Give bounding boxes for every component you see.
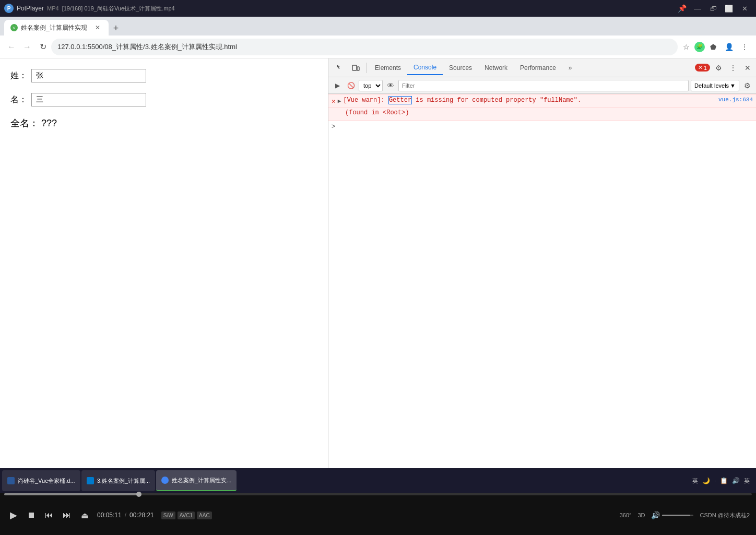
tray-item-5[interactable]: 🔊: [732, 477, 740, 484]
firstname-input[interactable]: [31, 93, 146, 106]
devtools-tab-network[interactable]: Network: [478, 61, 514, 75]
console-settings-button[interactable]: ⚙: [741, 80, 753, 91]
tab-close-button[interactable]: ✕: [93, 23, 102, 32]
devtools-more-tabs[interactable]: »: [562, 61, 578, 75]
taskbar-item-chrome[interactable]: 姓名案例_计算属性实...: [156, 470, 237, 491]
tray-item-4[interactable]: 📋: [720, 477, 728, 484]
player-play-button[interactable]: ▶: [6, 508, 21, 522]
potplayer-logo: P: [4, 4, 14, 13]
devtools-tab-performance[interactable]: Performance: [514, 61, 562, 75]
console-error-row: ✕ ▶ [Vue warn]: Getter is missing for co…: [328, 94, 756, 108]
menu-button[interactable]: ⋮: [737, 40, 752, 54]
devtools-tab-sources[interactable]: Sources: [443, 61, 478, 75]
new-tab-button[interactable]: +: [109, 21, 123, 35]
player-total-time: 00:28:21: [129, 512, 154, 519]
back-button[interactable]: ←: [4, 40, 19, 54]
minimize-button[interactable]: —: [690, 2, 705, 15]
player-resolution: 360°: [620, 512, 632, 518]
default-levels-label: Default levels: [694, 82, 729, 89]
player-next-button[interactable]: ⏭: [60, 508, 74, 522]
player-progress-bar[interactable]: [4, 493, 752, 495]
forward-button[interactable]: →: [20, 40, 34, 54]
chrome-icon: [161, 477, 169, 484]
fullname-label: 全名：: [10, 118, 39, 128]
svg-rect-0: [352, 65, 357, 70]
title-bar-controls: 📌 — 🗗 ⬜ ✕: [675, 2, 752, 15]
tab-favicon: V: [10, 24, 18, 31]
devtools-close-button[interactable]: ✕: [741, 62, 754, 74]
devtools-tab-elements[interactable]: Elements: [369, 61, 407, 75]
volume-bar[interactable]: [662, 515, 693, 516]
volume-fill: [662, 515, 690, 516]
error-count: 1: [704, 65, 707, 71]
player-progress-handle: [136, 492, 141, 497]
console-play-button[interactable]: ▶: [332, 80, 343, 91]
reload-button[interactable]: ↻: [36, 40, 50, 54]
console-prompt-icon: >: [332, 123, 335, 130]
devtools-panel: Elements Console Sources Network Perform…: [328, 58, 756, 468]
fullname-value: ???: [41, 118, 57, 128]
taskbar-item-word[interactable]: 尚硅谷_Vue全家桶.d...: [2, 470, 80, 491]
tray-item-6[interactable]: 英: [744, 477, 750, 485]
systray: 英 🌙 · 📋 🔊 英: [692, 477, 750, 485]
player-eject-button[interactable]: ⏏: [77, 508, 92, 522]
tray-item-2[interactable]: 🌙: [702, 477, 710, 484]
error-icon: ✕: [698, 64, 703, 71]
web-content: 姓： 名： 全名： ???: [0, 58, 328, 468]
player-prev-button[interactable]: ⏮: [42, 508, 56, 522]
console-stop-button[interactable]: 🚫: [345, 80, 357, 91]
console-error-sub-text: (found in <Root>): [345, 109, 409, 116]
extensions-button[interactable]: ⬟: [706, 40, 720, 54]
restore-button[interactable]: 🗗: [706, 2, 720, 15]
devtools-settings-button[interactable]: ⚙: [712, 62, 725, 74]
player-tag-sw: S/W: [161, 512, 175, 519]
player-controls: ▶ ⏹ ⏮ ⏭ ⏏ 00:05:11 / 00:28:21 S/W AVC1 A…: [0, 495, 756, 535]
player-right-controls: 360° 3D 🔊 CSDN @待木成桂2: [620, 511, 750, 519]
tray-item-1[interactable]: 英: [692, 477, 698, 485]
taskbar-item-vscode[interactable]: 3.姓名案例_计算属...: [81, 470, 155, 491]
devtools-tab-console[interactable]: Console: [407, 61, 443, 75]
close-button[interactable]: ✕: [737, 2, 752, 15]
tab-title: 姓名案例_计算属性实现: [21, 23, 87, 32]
console-error-expand[interactable]: ▶: [338, 98, 341, 104]
devtools-more-button[interactable]: ⋮: [727, 62, 739, 74]
taskbar: 尚硅谷_Vue全家桶.d... 3.姓名案例_计算属... 姓名案例_计算属性实…: [0, 468, 756, 493]
console-context-select[interactable]: top: [359, 80, 383, 91]
fullname-row: 全名： ???: [10, 117, 317, 129]
format-label: MP4: [47, 5, 59, 11]
devtools-right-controls: ✕ 1 ⚙ ⋮ ✕: [695, 62, 754, 74]
nav-right-icons: ☆ 🧩 ⬟ 👤 ⋮: [679, 40, 752, 54]
devtools-device-button[interactable]: [347, 60, 364, 76]
player-name-label: PotPlayer: [17, 5, 44, 12]
nav-bar: ← → ↻ ☆ 🧩 ⬟ 👤 ⋮: [0, 35, 756, 58]
title-bar: P PotPlayer MP4 [19/168] 019_尚硅谷Vue技术_计算…: [0, 0, 756, 17]
svg-rect-1: [357, 67, 359, 70]
devtools-tab-sep: [366, 63, 367, 73]
player-stop-button[interactable]: ⏹: [24, 508, 39, 522]
devtools-inspect-button[interactable]: [330, 60, 347, 76]
maximize-button[interactable]: ⬜: [722, 2, 736, 15]
content-area: 姓： 名： 全名： ???: [0, 58, 756, 468]
player-bar: ▶ ⏹ ⏮ ⏭ ⏏ 00:05:11 / 00:28:21 S/W AVC1 A…: [0, 493, 756, 535]
extensions-icon[interactable]: 🧩: [694, 42, 705, 52]
bookmark-button[interactable]: ☆: [679, 40, 693, 54]
default-levels-dropdown[interactable]: Default levels ▼: [691, 80, 739, 91]
console-content: ✕ ▶ [Vue warn]: Getter is missing for co…: [328, 94, 756, 468]
url-bar[interactable]: [51, 39, 678, 55]
surname-input[interactable]: [31, 69, 146, 82]
volume-icon: 🔊: [651, 511, 660, 519]
player-tag-aac: AAC: [197, 512, 212, 519]
pin-button[interactable]: 📌: [675, 2, 689, 15]
browser-tab-active[interactable]: V 姓名案例_计算属性实现 ✕: [4, 20, 109, 35]
console-filter-input[interactable]: [398, 80, 689, 91]
player-mode: 3D: [637, 512, 645, 518]
console-error-icon: ✕: [332, 97, 336, 105]
eye-button[interactable]: 👁: [385, 80, 396, 91]
firstname-row: 名：: [10, 93, 317, 106]
profile-button[interactable]: 👤: [722, 40, 736, 54]
taskbar-chrome-label: 姓名案例_计算属性实...: [172, 477, 231, 484]
console-error-link[interactable]: vue.js:634: [718, 97, 753, 103]
surname-row: 姓：: [10, 69, 317, 82]
firstname-label: 名：: [10, 94, 27, 105]
console-error-text: [Vue warn]: Getter is missing for comput…: [343, 97, 716, 104]
